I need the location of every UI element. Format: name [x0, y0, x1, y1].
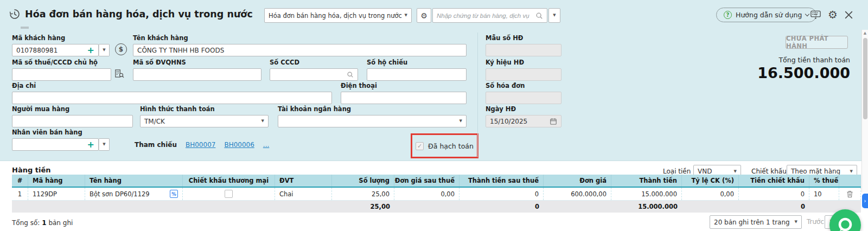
cell-discount-rate[interactable]: 0,00	[682, 188, 739, 200]
field-bank-account: Tài khoản ngân hàng ▼	[278, 105, 467, 127]
passport-no-input[interactable]	[367, 68, 467, 81]
doc-search-box[interactable]	[432, 8, 547, 23]
doc-type-select[interactable]: Hóa đơn bán hàng hóa, dịch vụ trong nước…	[264, 8, 412, 23]
template-no-input	[486, 44, 561, 56]
field-payment-method: Hình thức thanh toán TM/CK ▼	[140, 105, 269, 127]
field-buyer: Người mua hàng	[12, 105, 133, 127]
cell-index: 1	[12, 188, 28, 200]
chevron-down-icon: ▼	[405, 14, 407, 17]
tax-code-input[interactable]	[12, 68, 111, 81]
field-template-no: Mẫu số HĐ	[486, 34, 561, 56]
payment-method-label: Hình thức thanh toán	[140, 105, 269, 113]
add-customer-icon[interactable]: +	[87, 46, 94, 55]
dvqhns-code-label: Mã số ĐVQHNS	[133, 59, 261, 66]
address-input[interactable]	[12, 92, 332, 104]
shortcut-keyboard-icon[interactable]	[810, 10, 821, 20]
currency-label: Loại tiền	[663, 168, 691, 175]
search-settings-button[interactable]: ⚙	[417, 8, 431, 23]
item-discount-icon[interactable]: %	[170, 190, 178, 198]
payment-total-value: 16.500.000	[687, 65, 850, 81]
cell-item-name[interactable]: Bột sơn DP60/1129 %	[85, 188, 183, 200]
sales-employee-dropdown-button[interactable]: ▼	[99, 138, 110, 151]
buyer-input[interactable]	[12, 115, 133, 127]
bank-account-select[interactable]: ▼	[278, 115, 467, 127]
chevron-down-icon: ▼	[795, 220, 797, 224]
phone-input[interactable]	[341, 92, 467, 104]
col-actions	[839, 175, 861, 187]
vertical-scrollbar[interactable]: ▲	[861, 30, 868, 193]
chevron-down-icon: ▼	[261, 119, 264, 123]
cell-item-code[interactable]: 1129DP	[28, 188, 85, 200]
total-amount-after-tax: 0	[459, 201, 544, 213]
search-icon	[347, 71, 354, 78]
reference-label: Tham chiếu	[135, 141, 177, 149]
invoice-no-label: Số hóa đơn	[486, 82, 561, 89]
sales-employee-input[interactable]: +	[12, 138, 99, 151]
help-circle-icon: ?	[724, 11, 732, 19]
trade-discount-checkbox[interactable]	[225, 190, 233, 198]
col-amount: Thành tiền	[611, 175, 682, 187]
col-item-code: Mã hàng	[28, 175, 85, 187]
reference-link[interactable]: BH00007	[186, 141, 215, 149]
customer-name-label: Tên khách hàng	[133, 34, 467, 42]
customer-code-input[interactable]: 0107880981 +	[12, 44, 99, 56]
page-size-select[interactable]: 20 bản ghi trên 1 trang ▼	[710, 215, 802, 229]
cccd-no-input[interactable]	[270, 68, 358, 81]
customer-name-input[interactable]: CÔNG TY TNHH HB FOODS	[133, 44, 467, 56]
calendar-icon[interactable]	[550, 118, 557, 125]
scrollbar-thumb[interactable]	[863, 38, 867, 119]
customer-code-dropdown-button[interactable]: ▼	[99, 44, 110, 56]
cell-trade-discount[interactable]	[183, 188, 275, 200]
dvqhns-code-input[interactable]	[133, 68, 261, 81]
field-invoice-date: Ngày HĐ 15/10/2025	[486, 105, 561, 127]
delete-row-icon[interactable]	[846, 190, 853, 198]
cell-amount-after-tax[interactable]: 0	[459, 188, 544, 200]
form-divider	[477, 33, 478, 157]
doc-type-value: Hóa đơn bán hàng hóa, dịch vụ trong nước	[269, 12, 402, 20]
invoice-date-label: Ngày HĐ	[486, 105, 561, 113]
col-unit-price-after-tax: Đơn giá sau thuế	[394, 175, 459, 187]
record-count-value: 1	[42, 219, 46, 227]
posted-checkbox[interactable]: ✓	[416, 142, 424, 150]
customer-code-value: 0107880981	[16, 47, 58, 54]
cell-discount-amount[interactable]: 0	[739, 188, 809, 200]
chevron-down-icon: ▼	[850, 170, 853, 174]
cell-actions[interactable]	[839, 188, 861, 200]
chevron-down-icon: ▼	[553, 14, 556, 17]
search-options-button[interactable]: ▼	[548, 8, 560, 23]
posted-checkbox-label: Đã hạch toán	[428, 142, 474, 150]
col-index: #	[12, 175, 28, 187]
reference-link[interactable]: BH00006	[224, 141, 254, 149]
expand-panel-chevron[interactable]: ›	[862, 194, 868, 208]
cell-amount[interactable]: 15.000.000	[611, 188, 682, 200]
passport-no-label: Số hộ chiếu	[367, 59, 467, 66]
cell-unit[interactable]: Chai	[275, 188, 332, 200]
company-lookup-icon[interactable]	[114, 68, 124, 81]
items-table-totals: 25,00 0 15.000.000 0	[12, 201, 861, 213]
settings-gear-icon[interactable]: ⚙	[828, 9, 838, 20]
customer-debt-icon[interactable]: $	[115, 43, 127, 55]
col-quantity: Số lượng	[332, 175, 394, 187]
field-customer-name: Tên khách hàng CÔNG TY TNHH HB FOODS	[133, 34, 467, 56]
reference-row: Tham chiếu BH00007 BH00006 ...	[135, 139, 269, 151]
chat-support-button[interactable]	[829, 209, 861, 231]
prev-page-button[interactable]: Trước	[807, 218, 824, 226]
scrollbar-up-arrow[interactable]: ▲	[862, 30, 868, 37]
help-guide-button[interactable]: ? Hướng dẫn sử dụng	[716, 8, 816, 22]
cell-quantity[interactable]: 25,00	[332, 188, 394, 200]
cccd-no-label: Số CCCD	[270, 59, 358, 66]
tab-items-amount[interactable]: Hàng tiền	[12, 166, 50, 174]
reference-more-link[interactable]: ...	[263, 141, 269, 149]
cell-vat-rate[interactable]: 10	[809, 188, 839, 200]
doc-search-input[interactable]	[437, 12, 533, 19]
payment-total-label: Tổng tiền thanh toán	[687, 56, 850, 64]
history-icon[interactable]	[9, 8, 21, 20]
payment-method-select[interactable]: TM/CK ▼	[140, 115, 269, 127]
add-employee-icon[interactable]: +	[87, 140, 94, 149]
close-icon[interactable]	[844, 10, 853, 20]
invoice-date-input[interactable]: 15/10/2025	[486, 115, 561, 127]
cell-unit-price[interactable]: 600.000,00	[544, 188, 611, 200]
template-no-label: Mẫu số HĐ	[486, 34, 561, 42]
cell-unit-price-after-tax[interactable]: 0,00	[394, 188, 459, 200]
field-sales-employee: Nhân viên bán hàng + ▼	[12, 129, 110, 151]
